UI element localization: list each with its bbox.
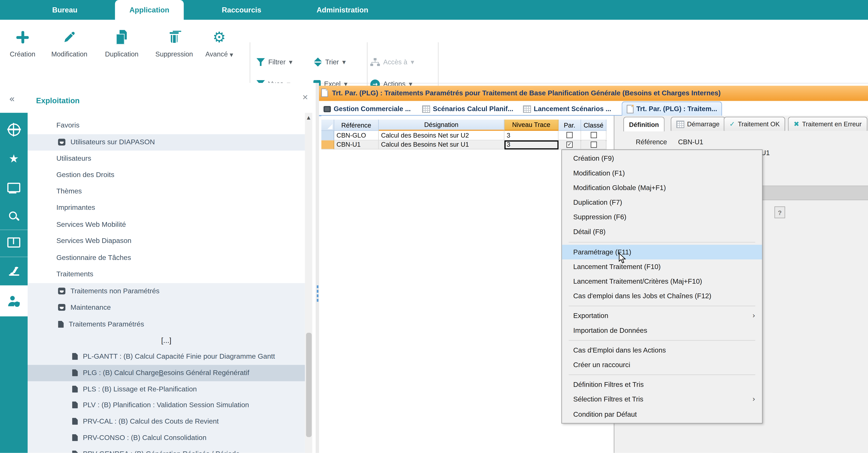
tab-administration[interactable]: Administration: [299, 0, 386, 20]
help-button[interactable]: ?: [774, 207, 785, 218]
sidebar-item-traitements[interactable]: Traitements: [28, 266, 305, 282]
menu-item-creation[interactable]: Création (F9): [562, 151, 762, 166]
checkbox-par[interactable]: [566, 132, 572, 138]
sidebar-item-prv-cal[interactable]: PRV-CAL : (B) Calcul des Couts de Revien…: [28, 413, 305, 429]
menu-item-duplication[interactable]: Duplication (F7): [562, 195, 762, 210]
menu-item-importation-donnees[interactable]: Importation de Données: [562, 323, 762, 338]
doc-tab-scenarios-calcul[interactable]: Scénarios Calcul Planif...: [422, 102, 513, 116]
scrollbar-thumb[interactable]: [306, 333, 311, 437]
sidebar-item-themes[interactable]: Thèmes: [28, 183, 305, 199]
chevron-down-icon: ▼: [411, 59, 414, 64]
menu-item-definition-filtres[interactable]: Définition Filtres et Tris: [562, 378, 762, 392]
sidebar-item-utilisateurs[interactable]: Utilisateurs: [28, 150, 305, 167]
menu-item-modification[interactable]: Modification (F1): [562, 166, 762, 181]
sidebar-item-services-web-diapason[interactable]: Services Web Diapason: [28, 233, 305, 249]
tab-bureau[interactable]: Bureau: [34, 0, 96, 20]
duplication-button[interactable]: Duplication: [99, 24, 145, 74]
suppression-button[interactable]: Suppression: [152, 24, 197, 74]
pencil-icon: [62, 30, 76, 44]
column-header-reference[interactable]: Référence: [334, 120, 379, 131]
menu-item-modification-globale[interactable]: Modification Globale (Maj+F1): [562, 181, 762, 195]
sidebar-item-plv[interactable]: PLV : (B) Planification : Validation Ses…: [28, 397, 305, 413]
avance-button[interactable]: ⚙ Avancé ▼: [197, 24, 241, 74]
helm-icon[interactable]: [0, 117, 28, 142]
monitor-icon[interactable]: [0, 175, 28, 200]
file-icon: [72, 450, 78, 453]
star-icon[interactable]: ★: [0, 146, 28, 171]
sidebar-item-imprimantes[interactable]: Imprimantes: [28, 199, 305, 216]
panel-tab-definition[interactable]: Définition: [623, 117, 664, 131]
submenu-arrow-icon: ›: [752, 308, 755, 323]
panel-tab-demarrage[interactable]: Démarrage: [671, 117, 725, 131]
checkbox-par[interactable]: ✓: [566, 141, 572, 147]
menu-item-cas-emploi-actions[interactable]: Cas d'Emploi dans les Actions: [562, 343, 762, 358]
sidebar-item-favoris[interactable]: Favoris: [28, 117, 305, 133]
search-icon[interactable]: [0, 204, 28, 229]
trash-icon: [168, 30, 180, 44]
gear-icon: ⚙: [213, 30, 226, 44]
panel-tab-traitement-erreur[interactable]: ✖ Traitement en Erreur: [788, 117, 867, 131]
menu-item-creer-raccourci[interactable]: Créer un raccourci: [562, 358, 762, 372]
filtrer-button[interactable]: Filtrer ▼: [256, 55, 292, 69]
tab-raccourcis[interactable]: Raccourcis: [204, 0, 280, 20]
table-row-current[interactable]: CBN-U1 Calcul des Besoins Net sur U1 3 ✓: [321, 140, 607, 149]
sidebar-item-prv-genrea[interactable]: PRV-GENREA : (B) Génération Réalisés / P…: [28, 446, 305, 453]
close-icon[interactable]: ✕: [302, 93, 308, 101]
column-header-classe[interactable]: Classé: [581, 120, 607, 131]
sidebar-scrollbar[interactable]: ▲: [305, 113, 312, 453]
modification-button[interactable]: Modification: [47, 24, 92, 74]
row-selector[interactable]: [321, 131, 334, 140]
menu-item-cas-emploi-jobs[interactable]: Cas d'emploi dans les Jobs et Chaînes (F…: [562, 289, 762, 303]
file-icon: [72, 353, 78, 360]
sidebar-item-gestionnaire-taches[interactable]: Gestionnaire de Tâches: [28, 249, 305, 266]
sidebar-item-prv-conso[interactable]: PRV-CONSO : (B) Calcul Consolidation: [28, 429, 305, 446]
checkbox-classe[interactable]: [590, 141, 596, 147]
row-selector[interactable]: [321, 140, 334, 149]
tab-application[interactable]: Application: [115, 0, 184, 20]
sidebar-item-plg[interactable]: PLG : (B) Calcul ChargeBesoins Général R…: [28, 365, 305, 381]
sidebar-item-services-web-mobilite[interactable]: Services Web Mobilité: [28, 216, 305, 233]
sidebar-item-maintenance[interactable]: Maintenance: [28, 299, 305, 315]
trier-button[interactable]: Trier ▼: [314, 55, 346, 69]
panel-tab-traitement-ok[interactable]: ✓ Traitement OK: [724, 117, 785, 131]
panel-splitter[interactable]: [316, 83, 319, 453]
submenu-arrow-icon: ›: [752, 392, 755, 407]
sidebar-item-gestion-droits[interactable]: Gestion des Droits: [28, 167, 305, 183]
doc-tab-gestion-commerciale[interactable]: Gestion Commerciale ...: [323, 102, 411, 116]
menu-item-parametrage[interactable]: Paramétrage (F11): [562, 245, 762, 260]
menu-item-lancement-traitement[interactable]: Lancement Traitement (F10): [562, 259, 762, 274]
user-security-icon[interactable]: [0, 285, 28, 316]
column-header-par[interactable]: Par.: [558, 120, 581, 131]
checkbox-classe[interactable]: [590, 132, 596, 138]
tree-ellipsis: [...]: [28, 332, 305, 348]
columns-icon[interactable]: [0, 230, 28, 255]
creation-button[interactable]: Création: [0, 24, 45, 74]
column-header-designation[interactable]: Désignation: [379, 120, 504, 131]
tray-icon: [58, 304, 65, 311]
sidebar-item-pls[interactable]: PLS : (B) Lissage et Re-Planification: [28, 381, 305, 397]
menu-separator: [569, 242, 755, 242]
menu-item-lancement-traitement-criteres[interactable]: Lancement Traitement/Critères (Maj+F10): [562, 274, 762, 289]
doc-tab-lancement-scenarios[interactable]: Lancement Scénarios ...: [523, 102, 611, 116]
sidebar-item-traitements-non-parametres[interactable]: Traitements non Paramétrés: [28, 283, 305, 299]
top-tab-bar: Bureau Application Raccourcis Administra…: [0, 0, 868, 20]
sidebar-item-utilisateurs-diapason[interactable]: Utilisateurs sur DIAPASON: [28, 134, 305, 150]
menu-item-exportation[interactable]: Exportation›: [562, 308, 762, 323]
suppression-label: Suppression: [152, 50, 197, 58]
menu-item-suppression[interactable]: Suppression (F6): [562, 210, 762, 225]
select-all-cell[interactable]: [321, 120, 334, 131]
sidebar-item-pl-gantt[interactable]: PL-GANTT : (B) Calcul Capacité Finie pou…: [28, 348, 305, 365]
menu-item-selection-filtres[interactable]: Sélection Filtres et Tris›: [562, 392, 762, 407]
panel-title: Exploitation: [36, 96, 80, 105]
column-header-niveau-trace[interactable]: Niveau Trace: [504, 120, 558, 131]
robot-arm-icon[interactable]: [0, 259, 28, 283]
field-value-reference: CBN-U1: [678, 138, 703, 146]
collapse-chevron-icon[interactable]: «: [9, 93, 15, 104]
sidebar-item-traitements-parametres[interactable]: Traitements Paramétrés: [28, 316, 305, 332]
doc-tab-trt-par-plg[interactable]: Trt. Par. (PLG) : Traitem...: [622, 101, 722, 116]
table-icon: [422, 105, 430, 113]
menu-item-condition-defaut[interactable]: Condition par Défaut: [562, 407, 762, 422]
table-row[interactable]: CBN-GLO Calcul des Besoins Net sur U2 3: [321, 131, 607, 140]
menu-item-detail[interactable]: Détail (F8): [562, 224, 762, 239]
scroll-up-icon[interactable]: ▲: [305, 115, 312, 120]
